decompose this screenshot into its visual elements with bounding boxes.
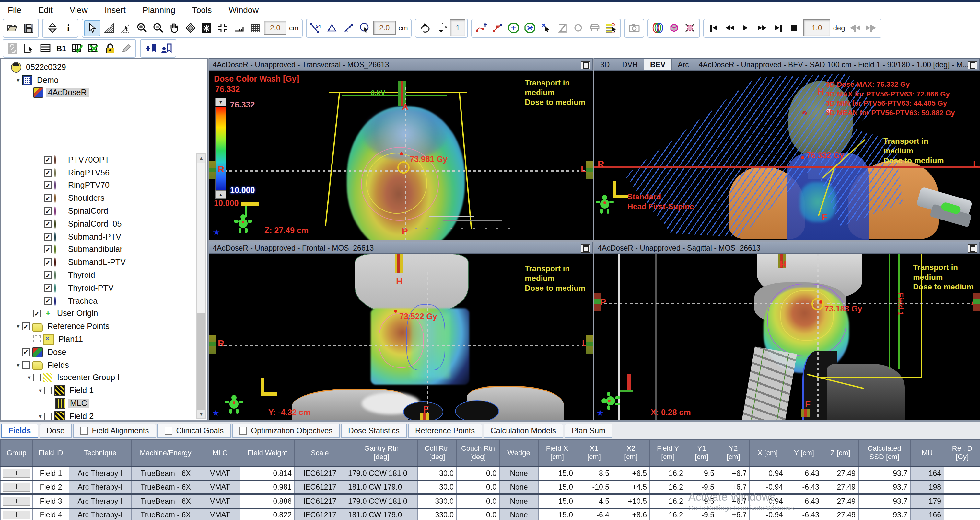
cell-field-y[interactable]: 16.2: [650, 508, 686, 520]
cell-scale[interactable]: IEC61217: [294, 494, 345, 508]
tab-clinical-goals[interactable]: Clinical Goals: [158, 423, 231, 438]
cell-couch-rtn[interactable]: 0.0: [457, 466, 500, 480]
cell-field-y[interactable]: 16.2: [650, 480, 686, 494]
cell-group[interactable]: I: [0, 508, 33, 520]
cell-y-cm-[interactable]: -6.43: [786, 508, 822, 520]
tree-item-isocenter-group-i[interactable]: ▾Isocenter Group I: [1, 371, 196, 384]
tree-item-submand-ptv[interactable]: ✓Submand-PTV: [1, 230, 196, 244]
column-header-x-cm-[interactable]: X [cm]: [749, 439, 786, 466]
open-plan-button[interactable]: [5, 21, 20, 35]
cell-wedge[interactable]: None: [500, 466, 538, 480]
expander-icon[interactable]: ▾: [36, 413, 44, 420]
group-button[interactable]: I: [3, 483, 30, 492]
zoom-in-button[interactable]: [134, 21, 149, 35]
cell-calculated[interactable]: 93.7: [859, 508, 910, 520]
column-header-technique[interactable]: Technique: [69, 439, 131, 466]
cell-mu[interactable]: 166: [910, 508, 944, 520]
fit-view-button[interactable]: [215, 21, 230, 35]
visibility-checkbox[interactable]: ✓: [22, 349, 30, 356]
window-level-button[interactable]: [199, 21, 214, 35]
tab-plan-sum[interactable]: Plan Sum: [565, 423, 612, 438]
tab-dose[interactable]: Dose: [39, 423, 72, 438]
rotate-3d-button[interactable]: [183, 21, 198, 35]
expander-icon[interactable]: ▾: [14, 77, 22, 83]
sagittal-title-bar[interactable]: 4AcDoseR - Unapproved - Sagittal - MOS_2…: [594, 241, 980, 254]
table-reject-button[interactable]: [86, 41, 101, 56]
cell-technique[interactable]: Arc Therapy-I: [69, 508, 131, 520]
dose-legend-down-button[interactable]: ▲: [215, 190, 226, 199]
visibility-checkbox[interactable]: [33, 335, 41, 343]
expander-icon[interactable]: ▾: [14, 361, 22, 368]
cell-technique[interactable]: Arc Therapy-I: [69, 494, 131, 508]
add-bookmark-button[interactable]: [143, 41, 158, 56]
field-row-4[interactable]: IField 4Arc Therapy-ITrueBeam - 6XVMAT0.…: [0, 508, 980, 520]
cell-mlc[interactable]: VMAT: [200, 466, 240, 480]
field-row-2[interactable]: IField 2Arc Therapy-ITrueBeam - 6XVMAT0.…: [0, 480, 980, 494]
expander-icon[interactable]: ▾: [36, 387, 44, 394]
group-button[interactable]: I: [3, 510, 30, 520]
cell-ref-d[interactable]: [944, 508, 980, 520]
measure-angle-button[interactable]: [325, 21, 339, 35]
menu-file[interactable]: File: [8, 5, 21, 14]
visibility-checkbox[interactable]: ✓: [33, 310, 41, 318]
visibility-checkbox[interactable]: [44, 412, 52, 420]
transversal-restore-icon[interactable]: [581, 60, 590, 69]
transversal-image-area[interactable]: 0.kV Dose Color Wash [Gy] 76.332 ▼ ▲ 76.…: [209, 71, 593, 240]
lock-icon[interactable]: [102, 41, 117, 56]
table-approve-button[interactable]: [70, 41, 85, 56]
select-points-button[interactable]: [539, 21, 554, 35]
cell-gantry-rtn[interactable]: 179.0 CCW 181.0: [345, 494, 418, 508]
cell-gantry-rtn[interactable]: 181.0 CW 179.0: [345, 508, 418, 520]
move-reference-point-button[interactable]: [490, 21, 505, 35]
cell-x1[interactable]: -6.4: [576, 508, 612, 520]
cell-wedge[interactable]: None: [500, 480, 538, 494]
tab-checkbox[interactable]: [80, 427, 88, 434]
cell-y2[interactable]: +6.7: [717, 508, 749, 520]
cell-field-x[interactable]: 15.0: [538, 508, 576, 520]
cell-field-weight[interactable]: 0.822: [240, 508, 294, 520]
visibility-checkbox[interactable]: ✓: [44, 297, 52, 305]
rotate-ccw-button[interactable]: [418, 21, 433, 35]
cell-gantry-rtn[interactable]: 179.0 CCW 181.0: [345, 466, 418, 480]
tree-item-field-2[interactable]: ▾Field 2: [1, 410, 196, 420]
cell-y-cm-[interactable]: -6.43: [786, 480, 822, 494]
tree-item-4acdoser[interactable]: 4AcDoseR: [1, 86, 196, 100]
group-button[interactable]: I: [3, 497, 30, 506]
cell-coll-rtn[interactable]: 30.0: [418, 466, 457, 480]
cell-ref-d[interactable]: [944, 494, 980, 508]
cell-field-weight[interactable]: 0.886: [240, 494, 294, 508]
add-reference-point-button[interactable]: [474, 21, 489, 35]
cell-machine-energy[interactable]: TrueBeam - 6X: [131, 494, 200, 508]
menu-window[interactable]: Window: [229, 5, 259, 14]
zoom-out-button[interactable]: [150, 21, 165, 35]
column-header-ref-d[interactable]: Ref. D [Gy]: [944, 439, 980, 466]
cell-x-cm-[interactable]: -0.94: [749, 480, 786, 494]
visibility-checkbox[interactable]: ✓: [44, 169, 52, 176]
column-header-scale[interactable]: Scale: [294, 439, 345, 466]
cell-y2[interactable]: +6.7: [717, 494, 749, 508]
tree-scroll-thumb[interactable]: [197, 313, 205, 410]
cell-gantry-rtn[interactable]: 181.0 CW 179.0: [345, 480, 418, 494]
cell-y2[interactable]: +6.7: [717, 466, 749, 480]
tree-scroll-down-button[interactable]: ▼: [197, 410, 205, 419]
column-header-group[interactable]: Group: [0, 439, 33, 466]
cell-field-x[interactable]: 15.0: [538, 466, 576, 480]
cell-z-cm-[interactable]: 27.49: [822, 480, 859, 494]
select-plan-page-button[interactable]: [21, 41, 36, 56]
sagittal-image-area[interactable]: Field 1 H P A 73.183 Gy Transport in med…: [594, 254, 980, 420]
cell-scale[interactable]: IEC61217: [294, 466, 345, 480]
tab-reference-points[interactable]: Reference Points: [408, 423, 482, 438]
contour-draw-tool-button[interactable]: [102, 21, 117, 35]
transversal-viewport[interactable]: 4AcDoseR - Unapproved - Transversal - MO…: [209, 58, 593, 240]
visibility-checkbox[interactable]: [33, 374, 41, 382]
visibility-checkbox[interactable]: ✓: [44, 220, 52, 228]
menu-tools[interactable]: Tools: [192, 5, 212, 14]
cell-mu[interactable]: 179: [910, 494, 944, 508]
cell-x1[interactable]: -8.5: [576, 466, 612, 480]
rewind-button[interactable]: [722, 21, 737, 35]
tree-item-trachea[interactable]: ✓Trachea: [1, 295, 196, 308]
sagittal-restore-icon[interactable]: [968, 244, 977, 252]
column-header-gantry-rtn[interactable]: Gantry Rtn [deg]: [345, 439, 418, 466]
visibility-checkbox[interactable]: ✓: [44, 246, 52, 254]
tree-scroll-up-button[interactable]: ▲: [197, 154, 205, 163]
